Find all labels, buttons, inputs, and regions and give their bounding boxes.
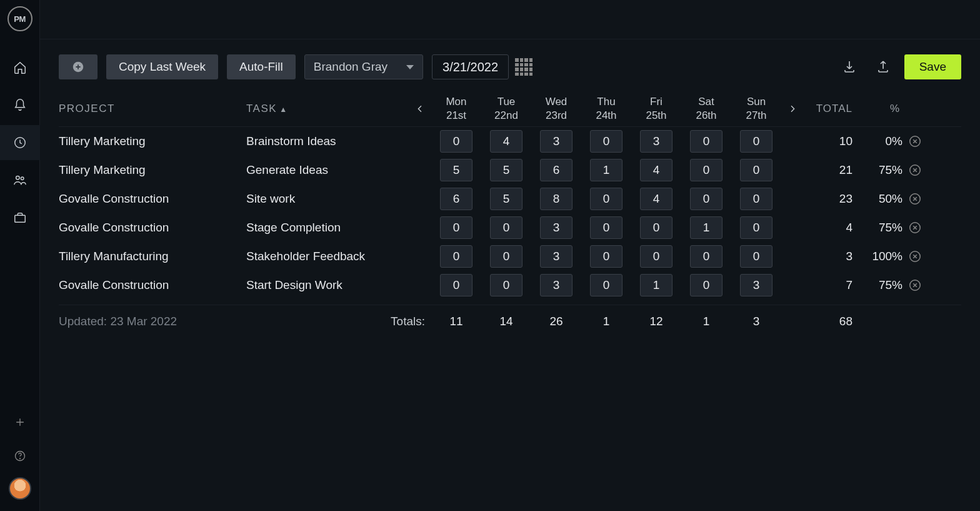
hours-input[interactable] [590,188,622,210]
total-fri: 12 [631,315,681,328]
day-header-mon: Mon21st [431,95,481,122]
import-button[interactable] [837,54,862,79]
hours-input[interactable] [440,274,472,296]
hours-input[interactable] [540,216,572,239]
hours-input[interactable] [490,274,522,296]
user-select[interactable]: Brandon Gray [304,54,423,79]
delete-row-icon[interactable] [908,250,922,263]
totals-label: Totals: [246,315,431,328]
hours-input[interactable] [690,130,722,153]
download-icon [842,59,857,74]
project-cell: Govalle Construction [59,278,246,292]
row-percent: 100% [856,250,904,263]
auto-fill-button[interactable]: Auto-Fill [227,54,296,79]
svg-point-5 [19,458,20,459]
hours-input[interactable] [640,274,672,296]
hours-input[interactable] [640,130,672,153]
hours-input[interactable] [440,130,472,153]
user-select-value: Brandon Gray [314,60,388,74]
table-row: Govalle ConstructionSite work2350% [59,185,961,213]
col-project[interactable]: PROJECT [59,103,246,115]
day-header-sat: Sat26th [681,95,731,122]
hours-input[interactable] [690,274,722,296]
nav-help[interactable] [8,443,32,468]
prev-week-button[interactable] [409,98,431,120]
task-cell: Brainstorm Ideas [246,134,409,148]
day-header-sun: Sun27th [731,95,781,122]
total-sun: 3 [731,315,781,328]
task-cell: Stage Completion [246,221,409,235]
hours-input[interactable] [490,130,522,153]
hours-input[interactable] [690,245,722,268]
clock-icon [13,136,27,149]
nav-projects[interactable] [0,200,40,235]
app-logo: PM [8,6,32,31]
hours-input[interactable] [540,159,572,181]
table-row: Tillery MarketingGenerate Ideas2175% [59,156,961,185]
hours-input[interactable] [490,188,522,210]
nav-timesheet[interactable] [0,125,40,160]
hours-input[interactable] [590,130,622,153]
hours-input[interactable] [590,216,622,239]
nav-add[interactable] [8,410,32,435]
hours-input[interactable] [740,130,772,153]
delete-row-icon[interactable] [908,134,922,148]
upload-icon [876,59,891,74]
hours-input[interactable] [540,274,572,296]
hours-input[interactable] [490,216,522,239]
hours-input[interactable] [740,188,772,210]
updated-label: Updated: 23 Mar 2022 [59,315,246,328]
hours-input[interactable] [740,274,772,296]
delete-row-icon[interactable] [908,192,922,206]
table-row: Govalle ConstructionStage Completion475% [59,213,961,242]
day-header-tue: Tue22nd [481,95,531,122]
hours-input[interactable] [740,245,772,268]
hours-input[interactable] [690,159,722,181]
hours-input[interactable] [490,245,522,268]
hours-input[interactable] [490,159,522,181]
hours-input[interactable] [690,216,722,239]
hours-input[interactable] [440,159,472,181]
copy-last-week-button[interactable]: Copy Last Week [106,54,218,79]
user-avatar[interactable] [9,477,31,500]
delete-row-icon[interactable] [908,221,922,235]
add-row-button[interactable] [59,54,98,79]
export-button[interactable] [871,54,896,79]
next-week-button[interactable] [781,98,804,120]
chevron-right-icon [788,104,798,114]
nav-team[interactable] [0,163,40,198]
nav-home[interactable] [0,50,40,85]
task-cell: Site work [246,192,409,206]
nav-notifications[interactable] [0,88,40,123]
delete-row-icon[interactable] [908,278,922,292]
col-total: TOTAL [804,103,856,115]
hours-input[interactable] [740,159,772,181]
hours-input[interactable] [590,274,622,296]
table-row: Govalle ConstructionStart Design Work775… [59,271,961,300]
save-button[interactable]: Save [904,54,961,79]
hours-input[interactable] [590,159,622,181]
week-date-input[interactable]: 3/21/2022 [432,54,509,79]
hours-input[interactable] [540,245,572,268]
col-task[interactable]: TASK▲ [246,103,409,115]
hours-input[interactable] [640,188,672,210]
table-row: Tillery MarketingBrainstorm Ideas100% [59,127,961,156]
hours-input[interactable] [640,159,672,181]
hours-input[interactable] [640,245,672,268]
hours-input[interactable] [540,130,572,153]
hours-input[interactable] [640,216,672,239]
hours-input[interactable] [690,188,722,210]
delete-row-icon[interactable] [908,163,922,177]
hours-input[interactable] [740,216,772,239]
hours-input[interactable] [440,188,472,210]
hours-input[interactable] [440,245,472,268]
hours-input[interactable] [590,245,622,268]
row-total: 23 [804,192,856,206]
calendar-icon[interactable] [515,58,532,76]
home-icon [13,61,27,74]
project-cell: Tillery Marketing [59,163,246,177]
hours-input[interactable] [540,188,572,210]
row-percent: 0% [856,134,904,148]
hours-input[interactable] [440,216,472,239]
day-header-thu: Thu24th [581,95,631,122]
